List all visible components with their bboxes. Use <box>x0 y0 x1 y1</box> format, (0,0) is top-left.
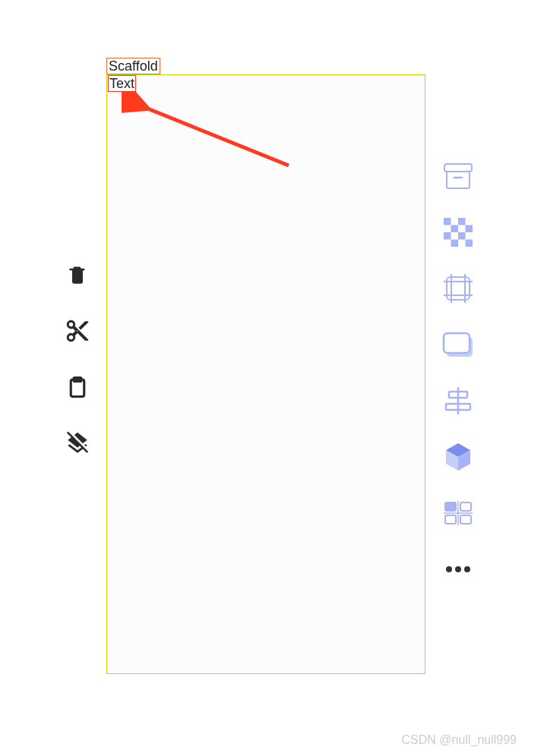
align-center-icon <box>443 387 473 414</box>
archive-icon <box>443 162 473 190</box>
cube-icon <box>444 442 473 472</box>
svg-rect-14 <box>447 277 470 300</box>
svg-rect-13 <box>466 240 473 247</box>
bounds-icon <box>444 274 473 303</box>
svg-rect-29 <box>445 515 456 524</box>
svg-rect-4 <box>444 164 472 172</box>
watermark: CSDN @null_null999 <box>402 733 517 747</box>
cut-button[interactable] <box>65 318 90 344</box>
card-icon <box>442 331 474 358</box>
clipboard-icon <box>66 374 89 400</box>
svg-rect-10 <box>444 232 451 240</box>
svg-rect-3 <box>74 378 81 382</box>
checkerboard-icon <box>444 218 473 247</box>
canvas-area[interactable] <box>106 74 425 674</box>
scaffold-widget-label[interactable]: Scaffold <box>106 58 160 74</box>
svg-rect-30 <box>460 515 471 524</box>
svg-rect-7 <box>458 218 466 225</box>
paste-button[interactable] <box>65 374 90 400</box>
svg-point-33 <box>446 566 452 572</box>
delete-button[interactable] <box>65 262 90 288</box>
dashboard-button[interactable] <box>441 496 475 530</box>
right-toolbar <box>441 159 475 586</box>
card-button[interactable] <box>441 328 475 361</box>
transparency-button[interactable] <box>441 216 475 249</box>
text-widget-label[interactable]: Text <box>108 75 136 92</box>
svg-rect-11 <box>458 232 466 240</box>
svg-rect-28 <box>460 502 471 511</box>
svg-rect-9 <box>466 225 473 233</box>
layers-off-icon <box>65 430 90 457</box>
layers-off-button[interactable] <box>65 430 90 456</box>
svg-rect-12 <box>451 240 459 247</box>
dashboard-icon <box>444 501 473 525</box>
svg-point-35 <box>464 566 470 572</box>
svg-rect-27 <box>445 502 456 511</box>
trash-icon <box>67 263 88 287</box>
scissors-icon <box>65 318 90 344</box>
align-button[interactable] <box>441 384 475 417</box>
more-horizontal-icon <box>445 565 471 573</box>
svg-point-34 <box>455 566 461 572</box>
cube-button[interactable] <box>441 440 475 474</box>
bounds-button[interactable] <box>441 272 475 305</box>
archive-button[interactable] <box>441 159 475 193</box>
svg-rect-20 <box>444 333 470 353</box>
more-button[interactable] <box>441 553 475 586</box>
left-toolbar <box>65 262 90 456</box>
svg-rect-8 <box>451 225 459 233</box>
svg-rect-6 <box>444 218 451 225</box>
